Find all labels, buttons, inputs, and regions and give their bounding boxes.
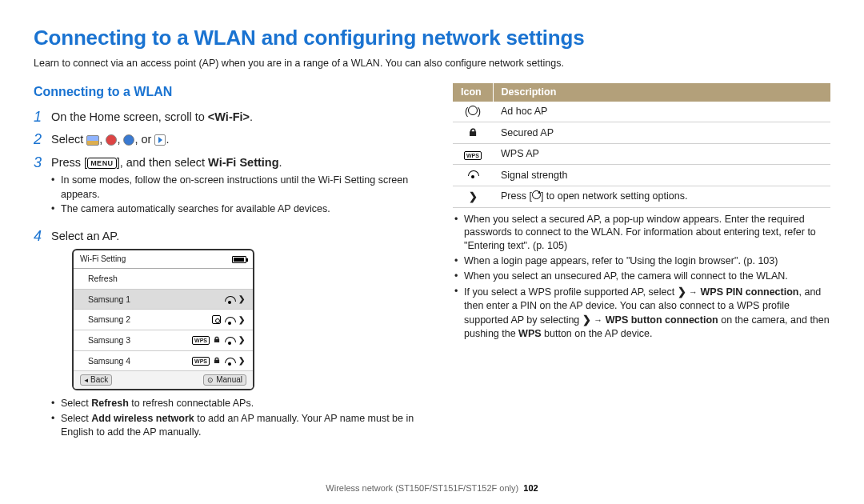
mock-refresh-label: Refresh [88,273,118,285]
right-bullet-4: If you select a WPS profile supported AP… [453,285,830,341]
mock-s1-label: Samsung 1 [88,294,130,306]
r5-pre: Press [ [501,190,532,202]
step-3-sub-1: In some modes, follow the on-screen inst… [51,174,424,202]
mock-row-samsung4: Samsung 4 WPS🔒︎❯ [74,351,253,372]
s4s1-post: to refresh connectable APs. [129,398,254,409]
wps-icon: WPS [192,336,210,345]
b4-b2: WPS button connection [606,314,718,326]
chevron-right-icon: ❯ [582,314,591,326]
table-row-signal: Signal strength [493,165,830,186]
wifi-setting-mock-screen: Wi-Fi Setting Refresh Samsung 1 ❯ Samsun… [72,249,254,390]
arrow-right-icon [689,286,698,298]
wifi-signal-icon [224,335,235,345]
b4-b1: WPS PIN connection [701,286,799,298]
table-row-secured: Secured AP [493,122,830,144]
step-3-text: Press [MENU], and then select Wi-Fi Sett… [51,154,424,222]
refresh-icon [532,190,541,199]
chevron-right-icon: ❯ [678,286,686,298]
table-header-description: Description [493,83,830,102]
adhoc-icon [212,315,221,324]
page-footer: Wireless network (ST150F/ST151F/ST152F o… [34,482,830,494]
step-3-sub-2: The camera automatically searches for av… [51,202,424,217]
s4s2-pre: Select [61,413,91,424]
wifi-signal-icon [224,294,235,304]
step-3-mid: ], and then select [117,156,208,169]
chevron-right-icon: ❯ [238,294,245,305]
page-intro: Learn to connect via an access point (AP… [34,57,830,70]
table-row-wps: WPS AP [493,143,830,165]
chevron-right-icon: ❯ [238,355,245,366]
globe-icon [123,134,134,146]
wifi-signal-icon [467,169,478,178]
step-1-pre: On the Home screen, scroll to [51,110,208,123]
mock-title: Wi-Fi Setting [80,254,126,265]
step-3-number: 3 [34,154,51,222]
step-4-text: Select an AP. Wi-Fi Setting Refresh Sams… [51,228,424,445]
mock-row-samsung2: Samsung 2 ❯ [74,310,253,330]
s4s1-pre: Select [61,398,91,409]
wps-icon: WPS [192,357,210,366]
mock-row-samsung3: Samsung 3 WPS🔒︎❯ [74,330,253,351]
right-bullet-3: When you select an unsecured AP, the cam… [453,270,830,283]
wifi-signal-icon [224,315,235,325]
mock-s2-label: Samsung 2 [88,314,130,326]
lock-icon: 🔒︎ [213,334,221,346]
b4-b3: WPS [518,328,541,339]
step-4-label: Select an AP. [51,230,119,242]
step-1-text: On the Home screen, scroll to <Wi-Fi>. [51,109,424,126]
lock-icon: 🔒︎ [468,126,478,138]
page-number: 102 [523,483,538,493]
step-4-sub-1: Select Refresh to refresh connectable AP… [51,397,424,411]
gallery-icon [86,135,99,146]
mock-row-samsung1: Samsung 1 ❯ [74,290,253,310]
right-bullet-1: When you select a secured AP, a pop-up w… [453,213,830,254]
s4s2-bold: Add wireless network [91,413,194,424]
step-3-pre: Press [ [51,156,87,169]
table-row-adhoc: Ad hoc AP [493,102,830,122]
chevron-right-icon: ❯ [238,334,245,346]
right-bullet-2: When a login page appears, refer to "Usi… [453,254,830,268]
mock-s3-label: Samsung 3 [88,334,130,346]
mock-back-label: Back [90,374,108,386]
step-2-number: 2 [34,131,51,148]
step-3-bold: Wi-Fi Setting [208,156,278,169]
mock-back-button: Back [80,374,112,386]
menu-icon: MENU [87,158,117,169]
dot-icon [207,374,214,386]
page-title: Connecting to a WLAN and configuring net… [34,24,830,52]
section-heading: Connecting to a WLAN [34,83,424,101]
chevron-right-icon: ❯ [238,314,245,326]
mock-manual-button: Manual [203,374,246,386]
step-4-number: 4 [34,228,51,445]
arrow-right-icon [594,314,602,326]
back-arrow-icon [84,374,88,386]
table-header-icon: Icon [453,83,493,102]
battery-icon [232,256,246,263]
step-2-post: . [166,133,169,146]
step-1-post: . [250,110,253,123]
b4-post: button on the AP device. [542,328,653,339]
mock-manual-label: Manual [216,374,242,386]
step-1-number: 1 [34,109,51,126]
chevron-right-icon: ❯ [469,190,478,202]
step-4-sub-2: Select Add wireless network to add an AP… [51,412,424,440]
step-2-pre: Select [51,133,86,146]
play-icon [154,134,166,146]
footer-text: Wireless network (ST150F/ST151F/ST152F o… [326,483,518,493]
mock-s4-label: Samsung 4 [88,355,130,367]
wps-icon: WPS [464,151,482,160]
icon-description-table: Icon Description Ad hoc AP 🔒︎ Secured AP… [453,83,830,208]
step-3-post: . [279,156,282,169]
wifi-signal-icon [224,356,235,366]
adhoc-ap-icon [468,106,478,115]
table-row-options: Press [] to open network setting options… [493,186,830,208]
r5-post: ] to open network setting options. [541,190,687,202]
step-2-text: Select , , , or . [51,131,424,148]
lock-icon: 🔒︎ [213,355,221,366]
b4-pre: If you select a WPS profile supported AP… [464,286,678,298]
record-icon [106,134,117,146]
step-1-bold: <Wi-Fi> [208,110,250,123]
s4s1-bold: Refresh [91,398,129,409]
mock-row-refresh: Refresh [74,269,253,290]
